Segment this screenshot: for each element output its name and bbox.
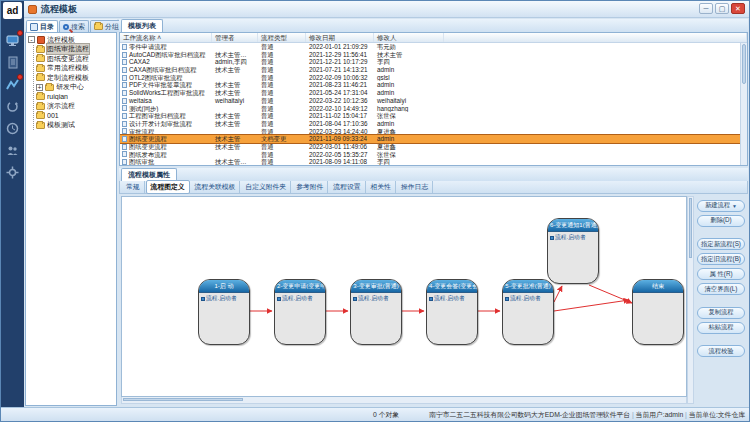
properties-subtab-6[interactable]: 相关性 — [367, 181, 396, 193]
sidebar-tab-0[interactable]: 目录 — [26, 20, 58, 32]
table-row[interactable]: 审批流程普通2022-03-23 14:24:40夏进鑫 — [120, 128, 747, 136]
cell-0: weitaisa — [120, 97, 212, 105]
cell-3: 2022-02-10 14:49:12 — [306, 105, 374, 113]
workflow-icon — [122, 67, 127, 73]
cell-0: 零件申请流程 — [120, 43, 212, 51]
table-row[interactable]: 设计开发计划审批流程技术主管普通2021-08-04 17:10:36admin — [120, 120, 747, 128]
tab-template-list[interactable]: 模板列表 — [121, 19, 163, 32]
properties-subtab-5[interactable]: 流程设置 — [329, 181, 365, 193]
table-row[interactable]: weitaisaweihaitaiyi普通2022-03-22 10:12:36… — [120, 97, 747, 105]
action-button-6[interactable]: 复制流程 — [697, 307, 745, 319]
tree-item-6[interactable]: 演示流程 — [36, 102, 116, 112]
table-row[interactable]: 零件申请流程普通2022-01-01 21:09:29韦元勋 — [120, 43, 747, 51]
tree-item-3[interactable]: 定制流程模板 — [36, 73, 116, 83]
action-button-0[interactable]: 新建流程▼ — [697, 200, 745, 212]
flow-node-7[interactable]: 结束 — [632, 279, 684, 345]
flow-hscrollbar[interactable] — [121, 397, 687, 404]
maximize-button[interactable]: ▢ — [715, 3, 729, 14]
cell-2: 普通 — [258, 58, 306, 66]
properties-subtab-0[interactable]: 常规 — [122, 181, 145, 193]
sync-icon[interactable] — [4, 98, 21, 115]
monitor-icon[interactable] — [4, 32, 21, 49]
sidebar-tab-1[interactable]: 搜索 — [59, 20, 89, 32]
expand-icon[interactable]: + — [36, 84, 43, 91]
column-header-4[interactable]: 修改人 — [374, 33, 444, 42]
table-row[interactable]: 图纸变更流程技术主管普通2022-03-01 11:49:06夏进鑫 — [120, 143, 747, 151]
clock-icon[interactable] — [4, 120, 21, 137]
object-count: 0 个对象 — [373, 410, 399, 420]
table-row[interactable]: PDF文件审批签章流程技术主管普通2021-08-23 11:46:21admi… — [120, 81, 747, 89]
document-icon[interactable] — [4, 54, 21, 71]
collapse-icon[interactable]: - — [28, 36, 35, 43]
flow-vscrollbar[interactable] — [687, 196, 694, 404]
flow-node-3[interactable]: 3-变更审批(普通)流程.启动者 — [350, 279, 402, 345]
column-header-2[interactable]: 流程类型 — [258, 33, 306, 42]
action-button-3[interactable]: 指定旧流程(B) — [697, 253, 745, 265]
tree-item-1[interactable]: 图纸变更流程 — [36, 54, 116, 64]
tree-item-4[interactable]: +研发中心 — [36, 83, 116, 93]
workflow-icon — [122, 121, 127, 127]
properties-subtab-3[interactable]: 自定义附件夹 — [241, 181, 291, 193]
chart-icon[interactable] — [4, 76, 21, 93]
properties-subtab-7[interactable]: 操作日志 — [397, 181, 433, 193]
properties-subtab-1[interactable]: 流程图定义 — [146, 180, 190, 194]
flow-node-6[interactable]: 6-变更通知1(普通)流程.启动者 — [547, 218, 599, 284]
gear-icon[interactable] — [4, 164, 21, 181]
table-row[interactable]: 图纸审批技术主管…普通2021-08-09 14:11:08李四 — [120, 158, 747, 165]
close-button[interactable]: ✕ — [731, 3, 745, 14]
tree-item-7[interactable]: 001 — [36, 111, 116, 121]
action-button-label: 属 性(R) — [709, 270, 732, 279]
cell-3: 2021-08-04 17:10:36 — [306, 120, 374, 128]
tree-root[interactable]: -流程模板 — [28, 35, 116, 45]
workflow-name: SolidWorks工程图审批流程 — [129, 89, 205, 97]
action-button-8[interactable]: 流程校验 — [697, 345, 745, 357]
action-button-4[interactable]: 属 性(R) — [697, 268, 745, 280]
tree-item-5[interactable]: ruiqian — [36, 92, 116, 102]
users-icon[interactable] — [4, 142, 21, 159]
table-row[interactable]: CAXA图纸审批归档流程技术主管普通2021-07-21 14:13:21adm… — [120, 66, 747, 74]
table-row[interactable]: 图纸发布流程普通2022-02-05 15:35:27张世保 — [120, 151, 747, 159]
table-vscrollbar[interactable] — [740, 43, 747, 165]
table-row[interactable]: 测试(同步)普通2022-02-10 14:49:12hangzhang — [120, 105, 747, 113]
table-row[interactable]: SolidWorks工程图审批流程技术主管普通2021-05-24 17:31:… — [120, 89, 747, 97]
tree-item-2[interactable]: 常用流程模板 — [36, 64, 116, 74]
flow-node-2[interactable]: 2-变更申请(变更申请)流程.启动者 — [274, 279, 326, 345]
action-button-5[interactable]: 清空界面(L) — [697, 283, 745, 295]
table-row[interactable]: OTL2图纸审批流程普通2022-02-09 10:06:32gslsl — [120, 74, 747, 82]
action-button-7[interactable]: 粘贴流程 — [697, 322, 745, 334]
action-button-2[interactable]: 指定新流程(S) — [697, 238, 745, 250]
properties-subtab-4[interactable]: 参考附件 — [292, 181, 328, 193]
flow-node-1[interactable]: 1-启 动流程.启动者 — [198, 279, 250, 345]
statusbar: 0 个对象 南宁市二五二五科技有限公司数码大方EDM-企业图纸管理软件平台 | … — [1, 407, 749, 421]
node-flag-icon — [353, 297, 357, 301]
tree-item-0[interactable]: 图纸审批流程 — [36, 45, 116, 55]
cell-4: 夏进鑫 — [374, 143, 444, 151]
action-button-1[interactable]: 删除(D) — [697, 215, 745, 227]
flow-node-5[interactable]: 5-变更批准(普通)流程.启动者 — [502, 279, 554, 345]
dropdown-arrow-icon: ▼ — [732, 203, 737, 209]
workflow-name: CAXA图纸审批归档流程 — [129, 66, 197, 74]
table-row[interactable]: CAXA2admin,李四普通2021-12-21 10:17:29李四 — [120, 58, 747, 66]
cell-3: 2021-05-24 17:31:04 — [306, 89, 374, 97]
cell-filler — [444, 51, 747, 59]
workflow-icon — [122, 52, 127, 58]
workflow-name: 工程图审批归档流程 — [129, 112, 186, 120]
notification-badge — [17, 74, 23, 80]
workflow-name: CAXA2 — [129, 58, 150, 66]
column-header-3[interactable]: 修改日期 — [306, 33, 374, 42]
minimize-button[interactable]: ─ — [699, 3, 713, 14]
table-row[interactable]: 图纸变更流程技术主管文档变更2021-11-09 09:33:24admin — [120, 135, 747, 143]
flow-node-body-text: 流程.启动者 — [282, 294, 313, 303]
flow-node-body-text: 流程.启动者 — [358, 294, 389, 303]
properties-subtab-2[interactable]: 流程关联模板 — [191, 181, 241, 193]
table-header[interactable]: 工作流名称 ˄管理者流程类型修改日期修改人 — [120, 33, 747, 43]
sidebar-tab-label: 目录 — [40, 22, 54, 32]
column-header-0[interactable]: 工作流名称 ˄ — [120, 33, 212, 42]
tree-item-8[interactable]: 模板测试 — [36, 121, 116, 131]
table-row[interactable]: 工程图审批归档流程技术主管普通2021-11-02 15:04:17张世保 — [120, 112, 747, 120]
flow-node-4[interactable]: 4-变更会签(变更会签)流程.启动者 — [426, 279, 478, 345]
column-header-1[interactable]: 管理者 — [212, 33, 258, 42]
cell-4: admin — [374, 135, 444, 143]
table-row[interactable]: AutoCAD图纸审批归档流程技术主管…普通2021-12-29 11:56:4… — [120, 51, 747, 59]
cell-4: weihaitaiyi — [374, 97, 444, 105]
